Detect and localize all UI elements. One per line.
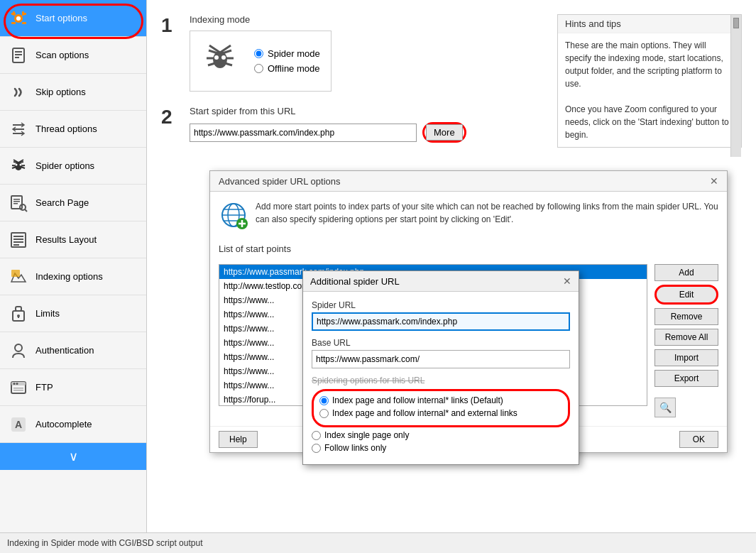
svg-text:A: A (15, 419, 22, 430)
remove-button[interactable]: Remove (654, 308, 718, 325)
sidebar-item-authentication[interactable]: Authentication (0, 332, 146, 369)
skip-options-icon (7, 81, 30, 104)
globe-add-icon (219, 200, 248, 236)
sidebar-item-results-layout[interactable]: Results Layout (0, 221, 146, 258)
dialog-description: Add more start points to index parts of … (256, 200, 718, 226)
svg-rect-48 (13, 390, 23, 391)
status-bar: Indexing in Spider mode with CGI/BSD scr… (0, 532, 756, 553)
radio-group: Spider mode Offline mode (254, 48, 320, 74)
svg-rect-27 (13, 199, 20, 200)
hints-content: These are the main options. They will sp… (558, 33, 741, 147)
export-button[interactable]: Export (654, 370, 718, 387)
sidebar-item-scan-options[interactable]: Scan options (0, 37, 146, 74)
spidering-radio-0[interactable] (319, 396, 329, 405)
svg-rect-10 (15, 54, 22, 55)
spidering-option-3-label: Follow links only (324, 443, 386, 453)
remove-all-button[interactable]: Remove All (654, 329, 718, 346)
sidebar-item-limits-label: Limits (35, 308, 60, 319)
spider-url-field-input[interactable] (312, 312, 570, 331)
svg-point-1 (16, 16, 21, 21)
status-text: Indexing in Spider mode with CGI/BSD scr… (7, 538, 202, 548)
svg-rect-33 (13, 236, 23, 237)
sidebar-item-thread-options-label: Thread options (35, 124, 97, 134)
thread-options-icon (7, 118, 30, 141)
svg-line-31 (25, 209, 27, 212)
sidebar-item-spider-options[interactable]: Spider options (0, 148, 146, 185)
add-button[interactable]: Add (654, 264, 718, 281)
svg-rect-5 (11, 22, 16, 24)
advanced-spider-dialog: Advanced spider URL options ✕ Add more s… (209, 170, 728, 453)
inner-dialog-body: Spider URL Base URL Spidering options fo… (303, 292, 579, 464)
mode-box: Spider mode Offline mode (190, 31, 332, 92)
scan-options-icon (7, 44, 30, 67)
search-icon-button[interactable]: 🔍 (654, 398, 676, 417)
step1-number: 1 (161, 14, 179, 37)
spidering-option-0-label: Index page and follow internal* links (D… (332, 395, 503, 405)
sidebar-item-start-options[interactable]: Start options (0, 0, 146, 37)
svg-rect-47 (13, 388, 23, 389)
ftp-icon (7, 376, 30, 399)
offline-mode-option[interactable]: Offline mode (254, 63, 320, 74)
svg-rect-34 (13, 239, 23, 240)
sidebar-item-skip-options-label: Skip options (35, 87, 86, 97)
spidering-radio-3[interactable] (312, 444, 321, 453)
advanced-dialog-close-button[interactable]: ✕ (710, 175, 718, 187)
spidering-option-2[interactable]: Index single page only (312, 430, 570, 440)
svg-rect-37 (11, 270, 20, 277)
svg-rect-6 (22, 22, 26, 24)
spidering-option-3[interactable]: Follow links only (312, 443, 570, 453)
start-options-icon (7, 7, 30, 30)
sidebar-item-start-options-label: Start options (35, 13, 87, 23)
svg-line-17 (13, 162, 18, 163)
spidering-option-1[interactable]: Index page and follow internal* and exte… (319, 408, 562, 418)
spidering-radio-2[interactable] (312, 431, 321, 440)
hints-title: Hints and tips (558, 15, 741, 33)
edit-button[interactable]: Edit (654, 285, 718, 305)
list-section-label: List of start points (219, 243, 718, 254)
sidebar-item-skip-options[interactable]: Skip options (0, 74, 146, 111)
limits-icon (7, 302, 30, 325)
sidebar-more-button[interactable]: ∨ (0, 443, 146, 470)
advanced-dialog-title-bar: Advanced spider URL options ✕ (210, 171, 727, 192)
ok-button[interactable]: OK (679, 431, 718, 448)
spidering-option-1-label: Index page and follow internal* and exte… (332, 408, 517, 418)
spider-options-icon (7, 155, 30, 177)
additional-spider-url-dialog: Additional spider URL ✕ Spider URL Base … (302, 270, 579, 465)
svg-rect-29 (13, 203, 18, 204)
spidering-radio-1[interactable] (319, 409, 329, 418)
search-page-icon (7, 192, 30, 214)
more-button[interactable]: More (426, 124, 463, 141)
dialog-desc-row: Add more start points to index parts of … (219, 200, 718, 236)
inner-dialog-title-text: Additional spider URL (310, 276, 400, 287)
sidebar-item-scan-options-label: Scan options (35, 50, 89, 60)
sidebar-item-ftp[interactable]: FTP (0, 369, 146, 406)
sidebar-item-autocomplete[interactable]: A Autocomplete (0, 406, 146, 443)
inner-dialog-title-bar: Additional spider URL ✕ (303, 271, 579, 292)
autocomplete-icon: A (7, 413, 30, 436)
offline-mode-radio[interactable] (254, 64, 263, 73)
spidering-options-section: Spidering options for this URL Index pag… (312, 376, 570, 456)
help-button[interactable]: Help (219, 431, 258, 448)
sidebar-item-indexing-options[interactable]: Indexing options (0, 258, 146, 295)
sidebar-item-search-page-label: Search Page (35, 197, 89, 208)
spidering-options-oval: Index page and follow internal* links (D… (312, 389, 570, 427)
spider-url-input[interactable] (190, 124, 417, 142)
import-button[interactable]: Import (654, 349, 718, 366)
sidebar-item-thread-options[interactable]: Thread options (0, 111, 146, 148)
spidering-options-label: Spidering options for this URL (312, 376, 570, 385)
sidebar-item-authentication-label: Authentication (35, 345, 94, 356)
sidebar-item-search-page[interactable]: Search Page (0, 185, 146, 221)
spider-mode-option[interactable]: Spider mode (254, 48, 320, 59)
advanced-dialog-title-text: Advanced spider URL options (219, 176, 341, 187)
svg-point-25 (20, 163, 22, 165)
indexing-options-icon (7, 265, 30, 288)
authentication-icon (7, 339, 30, 362)
inner-dialog-close-button[interactable]: ✕ (563, 275, 571, 287)
sidebar-item-limits[interactable]: Limits (0, 295, 146, 332)
spider-mode-label: Spider mode (268, 48, 320, 59)
spider-mode-radio[interactable] (254, 49, 263, 58)
sidebar-item-ftp-label: FTP (35, 382, 53, 393)
spidering-option-0[interactable]: Index page and follow internal* links (D… (319, 395, 562, 405)
sidebar: Start options Scan options Skip options (0, 0, 147, 532)
base-url-field-input[interactable] (312, 350, 570, 368)
